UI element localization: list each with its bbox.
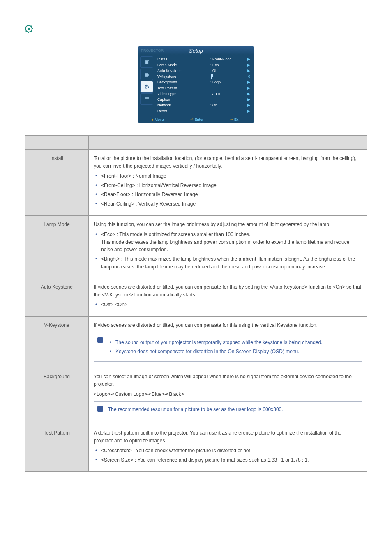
svg-point-1 <box>28 28 30 30</box>
osd-footer-exit: ⇥Exit <box>230 118 240 122</box>
osd-header: PROJECTOR Setup <box>138 46 254 55</box>
row-install-content: To tailor the picture to the installatio… <box>89 150 367 216</box>
osd-slider <box>211 74 212 79</box>
osd-footer-move: ♦Move <box>152 118 164 122</box>
osd-icon-setup: ⚙ <box>140 81 153 92</box>
row-v-keystone: V-Keystone If video scenes are distorted… <box>25 316 367 368</box>
row-bg-title: Background <box>25 368 89 424</box>
row-vkey-title: V-Keystone <box>25 316 89 368</box>
autokey-desc: If video scenes are distorted or tilted,… <box>94 283 362 298</box>
lamp-eco-sub: This mode decreases the lamp brightness … <box>101 238 362 254</box>
table-header-row <box>25 136 367 150</box>
install-item: <Rear-Ceiling> : Vertically Reversed Ima… <box>94 200 362 208</box>
osd-title: Setup <box>189 48 203 54</box>
row-install-title: Install <box>25 150 89 216</box>
lamp-bright: <Bright> : This mode maximizes the lamp … <box>94 255 362 271</box>
osd-screenshot: PROJECTOR Setup ▣ ▦ ⚙ ▤ Install : Front-… <box>138 46 254 123</box>
install-list: <Front-Floor> : Normal Image <Front-Ceil… <box>94 172 362 208</box>
row-lamp-mode: Lamp Mode Using this function, you can s… <box>25 215 367 278</box>
autokey-list: <Off>-<On> <box>94 301 362 309</box>
test-desc: A default test pattern built into the pr… <box>94 429 362 444</box>
osd-row-test-pattern: Test Pattern ▶ <box>157 85 250 91</box>
install-item: <Rear-Floor> : Horizontally Reversed Ima… <box>94 191 362 199</box>
settings-table: Install To tailor the picture to the ins… <box>25 135 367 472</box>
page-header-icon <box>25 25 367 34</box>
osd-row-background: Background : Logo ▶ <box>157 79 250 85</box>
osd-icon-option: ▤ <box>140 93 153 105</box>
gear-icon <box>25 25 33 33</box>
row-test-title: Test Pattern <box>25 424 89 472</box>
lamp-eco: <Eco> : This mode is optimized for scree… <box>94 231 362 254</box>
vkey-note-box: The sound output of your projector is te… <box>94 333 362 362</box>
row-vkey-content: If video scenes are distorted or tilted,… <box>89 316 367 368</box>
header-right <box>89 136 367 150</box>
bg-desc: You can select an image or screen which … <box>94 373 362 388</box>
osd-menu-list: Install : Front-Floor ▶ Lamp Mode : Eco … <box>157 55 254 116</box>
install-desc: To tailor the picture to the installatio… <box>94 155 362 170</box>
osd-row-v-keystone: V-Keystone 0 <box>157 74 250 79</box>
osd-icon-input: ▣ <box>140 56 153 68</box>
header-left <box>25 136 89 150</box>
note-icon <box>97 337 103 343</box>
row-autokey-content: If video scenes are distorted or tilted,… <box>89 278 367 317</box>
vkey-desc: If video scenes are distorted or tilted,… <box>94 321 362 329</box>
vkey-note1: The sound output of your projector is te… <box>108 339 357 347</box>
osd-row-lamp-mode: Lamp Mode : Eco ▶ <box>157 62 250 68</box>
test-list: <Crosshatch> : You can check whether the… <box>94 447 362 464</box>
osd-row-auto-keystone: Auto Keystone : Off ▶ <box>157 68 250 74</box>
row-test-content: A default test pattern built into the pr… <box>89 424 367 472</box>
osd-row-reset: Reset ▶ <box>157 108 250 114</box>
row-bg-content: You can select an image or screen which … <box>89 368 367 424</box>
install-item: <Front-Floor> : Normal Image <box>94 172 362 180</box>
row-autokey-title: Auto Keystone <box>25 278 89 317</box>
bg-note-box: The recommended resolution for a picture… <box>94 401 362 418</box>
row-test-pattern: Test Pattern A default test pattern buil… <box>25 424 367 472</box>
vkey-note-list: The sound output of your projector is te… <box>108 339 357 356</box>
osd-row-network: Network : On ▶ <box>157 102 250 108</box>
osd-row-caption: Caption ▶ <box>157 97 250 102</box>
row-install: Install To tailor the picture to the ins… <box>25 150 367 216</box>
autokey-item: <Off>-<On> <box>94 301 362 309</box>
osd-row-install: Install : Front-Floor ▶ <box>157 56 250 62</box>
osd-side-icons: ▣ ▦ ⚙ ▤ <box>138 55 157 116</box>
osd-body: ▣ ▦ ⚙ ▤ Install : Front-Floor ▶ Lamp Mod… <box>138 55 254 116</box>
test-item1: <Crosshatch> : You can check whether the… <box>94 447 362 455</box>
row-auto-keystone: Auto Keystone If video scenes are distor… <box>25 278 367 317</box>
bg-note: The recommended resolution for a picture… <box>108 407 283 412</box>
note-icon <box>97 406 103 412</box>
install-item: <Front-Ceiling> : Horizontal/Vertical Re… <box>94 182 362 190</box>
row-lamp-content: Using this function, you can set the ima… <box>89 215 367 278</box>
osd-tab-projector: PROJECTOR <box>138 49 166 53</box>
vkey-note2: Keystone does not compensate for distort… <box>108 348 357 356</box>
lamp-desc: Using this function, you can set the ima… <box>94 221 362 229</box>
test-item2: <Screen Size> : You can reference and di… <box>94 456 362 464</box>
osd-icon-picture: ▦ <box>140 69 153 80</box>
row-background: Background You can select an image or sc… <box>25 368 367 424</box>
osd-footer: ♦Move ⏎Enter ⇥Exit <box>138 116 254 123</box>
lamp-list: <Eco> : This mode is optimized for scree… <box>94 231 362 271</box>
osd-row-video-type: Video Type : Auto ▶ <box>157 91 250 97</box>
osd-footer-enter: ⏎Enter <box>190 118 204 122</box>
bg-opts: <Logo>-<Custom Logo>-<Blue>-<Black> <box>94 391 362 398</box>
row-lamp-title: Lamp Mode <box>25 215 89 278</box>
